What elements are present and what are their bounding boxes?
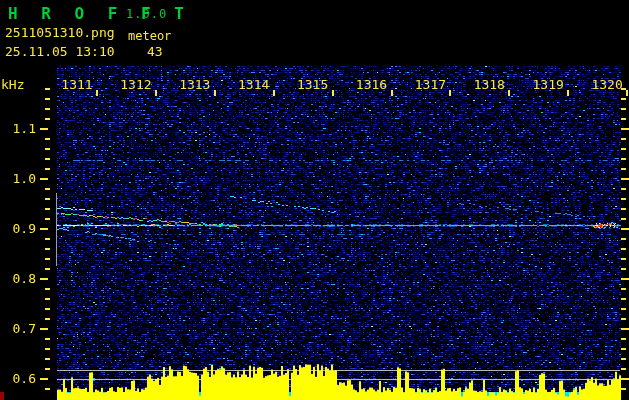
time-tick-mark <box>508 90 510 96</box>
freq-major-tick <box>621 128 629 130</box>
freq-minor-tick <box>621 308 626 310</box>
freq-minor-tick <box>45 338 50 340</box>
time-tick-mark <box>96 90 98 96</box>
time-tick-label-1311: 1311 <box>61 77 92 92</box>
freq-minor-tick <box>45 118 50 120</box>
hrofft-window: H R O F F T 1.0.0 2511051310.png meteor … <box>0 0 629 400</box>
datetime-label: 25.11.05 13:10 <box>5 44 115 59</box>
time-tick-label-1317: 1317 <box>415 77 446 92</box>
time-tick-label-1319: 1319 <box>533 77 564 92</box>
freq-minor-tick <box>621 148 626 150</box>
freq-tick-label-1.0: 1.0 <box>2 171 36 186</box>
freq-minor-tick <box>621 118 626 120</box>
time-tick-mark <box>273 90 275 96</box>
freq-major-tick <box>40 178 48 180</box>
freq-major-tick <box>40 378 48 380</box>
freq-minor-tick <box>621 318 626 320</box>
freq-minor-tick <box>621 348 626 350</box>
freq-minor-tick <box>621 138 626 140</box>
spectrogram-canvas <box>0 0 629 400</box>
mode-label: meteor <box>128 29 171 43</box>
time-tick-label-1312: 1312 <box>120 77 151 92</box>
freq-minor-tick <box>621 188 626 190</box>
freq-minor-tick <box>621 268 626 270</box>
freq-minor-tick <box>45 148 50 150</box>
freq-major-tick <box>621 328 629 330</box>
freq-minor-tick <box>621 248 626 250</box>
time-tick-label-1314: 1314 <box>238 77 269 92</box>
time-tick-mark <box>567 90 569 96</box>
freq-minor-tick <box>621 208 626 210</box>
freq-major-tick <box>40 228 48 230</box>
freq-minor-tick <box>45 198 50 200</box>
freq-tick-label-1.1: 1.1 <box>2 121 36 136</box>
freq-major-tick <box>40 278 48 280</box>
freq-minor-tick <box>45 358 50 360</box>
freq-tick-label-0.9: 0.9 <box>2 221 36 236</box>
time-tick-mark <box>332 90 334 96</box>
freq-minor-tick <box>45 288 50 290</box>
freq-minor-tick <box>45 138 50 140</box>
time-tick-mark <box>626 90 628 96</box>
freq-minor-tick <box>621 358 626 360</box>
time-tick-mark <box>214 90 216 96</box>
freq-minor-tick <box>45 218 50 220</box>
echo-count: 43 <box>147 44 163 59</box>
freq-minor-tick <box>621 88 626 90</box>
freq-minor-tick <box>621 388 626 390</box>
time-tick-mark <box>155 90 157 96</box>
freq-minor-tick <box>621 238 626 240</box>
freq-tick-label-0.7: 0.7 <box>2 321 36 336</box>
freq-minor-tick <box>621 288 626 290</box>
freq-minor-tick <box>621 338 626 340</box>
freq-minor-tick <box>45 208 50 210</box>
freq-unit-label: kHz <box>1 77 24 92</box>
time-tick-mark <box>391 90 393 96</box>
freq-minor-tick <box>621 298 626 300</box>
freq-major-tick <box>621 378 629 380</box>
freq-minor-tick <box>45 88 50 90</box>
freq-minor-tick <box>45 108 50 110</box>
freq-tick-label-0.6: 0.6 <box>2 371 36 386</box>
freq-minor-tick <box>45 318 50 320</box>
time-tick-label-1313: 1313 <box>179 77 210 92</box>
freq-minor-tick <box>45 248 50 250</box>
time-tick-label-1316: 1316 <box>356 77 387 92</box>
freq-minor-tick <box>621 368 626 370</box>
time-tick-mark <box>449 90 451 96</box>
time-tick-label-1320: 1320 <box>591 77 622 92</box>
freq-minor-tick <box>45 238 50 240</box>
freq-minor-tick <box>45 188 50 190</box>
freq-minor-tick <box>45 368 50 370</box>
freq-minor-tick <box>45 258 50 260</box>
freq-tick-label-0.8: 0.8 <box>2 271 36 286</box>
freq-minor-tick <box>45 308 50 310</box>
freq-minor-tick <box>45 388 50 390</box>
freq-minor-tick <box>45 168 50 170</box>
freq-minor-tick <box>621 158 626 160</box>
freq-minor-tick <box>45 348 50 350</box>
freq-major-tick <box>621 178 629 180</box>
freq-major-tick <box>621 228 629 230</box>
freq-minor-tick <box>621 98 626 100</box>
freq-minor-tick <box>621 168 626 170</box>
freq-minor-tick <box>621 258 626 260</box>
freq-minor-tick <box>45 268 50 270</box>
output-filename: 2511051310.png <box>5 25 115 40</box>
freq-major-tick <box>40 128 48 130</box>
freq-minor-tick <box>621 198 626 200</box>
freq-major-tick <box>621 278 629 280</box>
time-tick-label-1315: 1315 <box>297 77 328 92</box>
freq-minor-tick <box>621 108 626 110</box>
freq-minor-tick <box>45 158 50 160</box>
time-tick-label-1318: 1318 <box>474 77 505 92</box>
freq-minor-tick <box>45 98 50 100</box>
freq-minor-tick <box>45 298 50 300</box>
freq-minor-tick <box>621 218 626 220</box>
app-version: 1.0.0 <box>126 7 167 21</box>
freq-major-tick <box>40 328 48 330</box>
